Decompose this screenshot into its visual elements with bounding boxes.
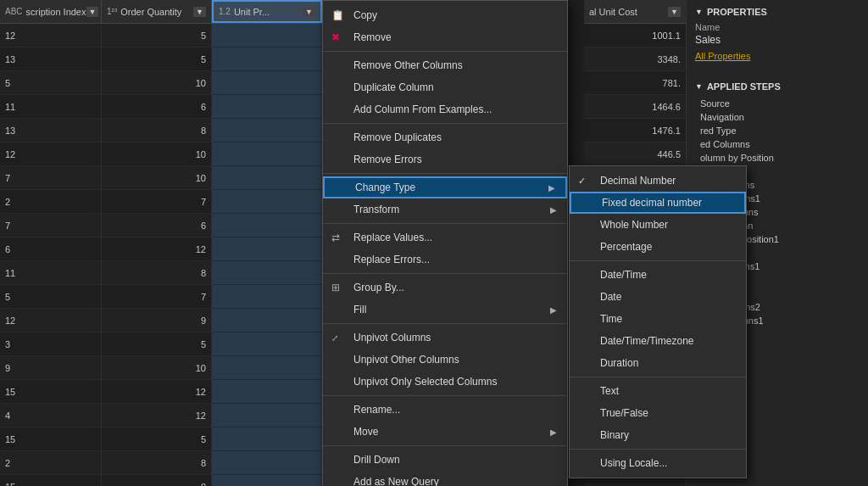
menu-item-change-type[interactable]: Change Type ▶ <box>323 176 567 198</box>
submenu-decimal-number[interactable]: ✓ Decimal Number <box>570 170 746 192</box>
menu-item-add-as-new-query[interactable]: Add as New Query <box>323 471 567 486</box>
duration-label: Duration <box>600 357 638 369</box>
submenu-duration[interactable]: Duration <box>570 352 746 374</box>
unit-cost-dropdown[interactable]: ▼ <box>668 7 681 17</box>
applied-steps-title: ▼ APPLIED STEPS <box>695 81 860 92</box>
menu-separator-6 <box>323 323 567 324</box>
context-menu: 📋 Copy ✖ Remove Remove Other Columns Dup… <box>322 0 568 486</box>
submenu-time[interactable]: Time <box>570 308 746 330</box>
remove-other-label: Remove Other Columns <box>353 59 463 71</box>
submenu-using-locale[interactable]: Using Locale... <box>570 452 746 474</box>
col-label-3: Unit Pr... <box>234 7 270 17</box>
submenu-sep-2 <box>570 377 746 377</box>
step-changed-type[interactable]: red Type <box>695 124 860 137</box>
submenu-date[interactable]: Date <box>570 286 746 308</box>
menu-item-rename[interactable]: Rename... <box>323 399 567 421</box>
submenu-change-type: ✓ Decimal Number Fixed decimal number Wh… <box>569 165 747 478</box>
date-label: Date <box>600 291 621 303</box>
menu-item-unpivot-other[interactable]: Unpivot Other Columns <box>323 349 567 371</box>
table-row: 129 <box>0 309 322 332</box>
data-table: ABC scription Index ▼ 1²³ Order Quantity… <box>0 0 322 486</box>
menu-item-transform[interactable]: Transform ▶ <box>323 198 567 221</box>
submenu-sep-3 <box>570 449 746 450</box>
col-type-icon-1: ABC <box>5 7 23 16</box>
step-removed-columns[interactable]: ed Columns <box>695 137 860 151</box>
table-row: 118 <box>0 261 322 285</box>
submenu-percentage[interactable]: Percentage <box>570 236 746 258</box>
menu-item-add-column-examples[interactable]: Add Column From Examples... <box>323 98 567 120</box>
menu-item-replace-values[interactable]: ⇄ Replace Values... <box>323 226 567 249</box>
change-type-arrow: ▶ <box>548 183 555 193</box>
unpivot-label: Unpivot Columns <box>353 332 431 344</box>
group-by-icon: ⊞ <box>331 282 340 293</box>
menu-separator-8 <box>323 445 567 446</box>
menu-item-unpivot-selected[interactable]: Unpivot Only Selected Columns <box>323 371 567 393</box>
menu-item-fill[interactable]: Fill ▶ <box>323 299 567 321</box>
menu-separator-5 <box>323 273 567 274</box>
col-header-order-quantity[interactable]: 1²³ Order Quantity ▼ <box>102 0 212 23</box>
table-row: 412 <box>0 404 322 427</box>
submenu-true-false[interactable]: True/False <box>570 402 746 424</box>
menu-item-group-by[interactable]: ⊞ Group By... <box>323 277 567 299</box>
fill-label: Fill <box>353 304 366 316</box>
submenu-datetime-timezone[interactable]: Date/Time/Timezone <box>570 330 746 352</box>
binary-label: Binary <box>600 429 629 441</box>
menu-item-unpivot-columns[interactable]: ⤢ Unpivot Columns <box>323 327 567 349</box>
col-dropdown-1[interactable]: ▼ <box>86 7 99 17</box>
col-dropdown-3[interactable]: ▼ <box>303 7 315 17</box>
menu-item-remove[interactable]: ✖ Remove <box>323 26 567 48</box>
menu-separator-1 <box>323 51 567 52</box>
menu-separator-7 <box>323 395 567 396</box>
group-by-label: Group By... <box>353 282 404 293</box>
datetime-timezone-label: Date/Time/Timezone <box>600 335 693 347</box>
replace-values-label: Replace Values... <box>353 232 432 243</box>
col-dropdown-2[interactable]: ▼ <box>193 7 206 17</box>
table-row: 1512 <box>0 380 322 404</box>
submenu-text[interactable]: Text <box>570 380 746 402</box>
menu-item-duplicate-column[interactable]: Duplicate Column <box>323 76 567 98</box>
properties-section: ▼ PROPERTIES Name Sales All Properties <box>687 0 868 75</box>
add-col-label: Add Column From Examples... <box>353 103 492 115</box>
table-row: 125 <box>0 24 322 47</box>
menu-item-drill-down[interactable]: Drill Down <box>323 449 567 471</box>
submenu-fixed-decimal[interactable]: Fixed decimal number <box>570 192 746 214</box>
true-false-label: True/False <box>600 407 648 419</box>
col-header-unit-price[interactable]: 1.2 Unit Pr... ▼ <box>212 0 322 23</box>
percentage-label: Percentage <box>600 241 652 253</box>
menu-separator-3 <box>323 173 567 174</box>
menu-item-replace-errors[interactable]: Replace Errors... <box>323 249 567 271</box>
menu-item-copy[interactable]: 📋 Copy <box>323 4 567 26</box>
table-row: 57 <box>0 285 322 309</box>
datetime-label: Date/Time <box>600 269 647 281</box>
table-header: ABC scription Index ▼ 1²³ Order Quantity… <box>0 0 322 24</box>
unit-cost-header: al Unit Cost ▼ <box>584 0 686 24</box>
all-properties-link[interactable]: All Properties <box>695 51 860 61</box>
step-source[interactable]: Source <box>695 97 860 110</box>
table-row: 710 <box>0 166 322 190</box>
col-label-1: scription Index <box>26 7 86 17</box>
menu-item-move[interactable]: Move ▶ <box>323 421 567 443</box>
submenu-whole-number[interactable]: Whole Number <box>570 214 746 236</box>
copy-icon: 📋 <box>331 9 344 21</box>
collapse-triangle[interactable]: ▼ <box>695 8 703 16</box>
move-arrow: ▶ <box>550 427 557 437</box>
step-column-by-position[interactable]: olumn by Position <box>695 151 860 165</box>
remove-errors-label: Remove Errors <box>353 154 422 165</box>
step-navigation[interactable]: Navigation <box>695 110 860 124</box>
menu-item-remove-other-columns[interactable]: Remove Other Columns <box>323 54 567 76</box>
replace-icon: ⇄ <box>331 232 340 243</box>
col-type-icon-3: 1.2 <box>219 7 231 16</box>
table-row: 612 <box>0 237 322 261</box>
table-row: 1210 <box>0 142 322 166</box>
properties-title: ▼ PROPERTIES <box>695 7 860 17</box>
submenu-binary[interactable]: Binary <box>570 424 746 446</box>
col-header-description-index[interactable]: ABC scription Index ▼ <box>0 0 102 23</box>
fill-arrow: ▶ <box>550 305 557 315</box>
menu-item-remove-errors[interactable]: Remove Errors <box>323 148 567 170</box>
remove-icon: ✖ <box>331 31 340 43</box>
menu-item-remove-duplicates[interactable]: Remove Duplicates <box>323 126 567 148</box>
collapse-triangle-2[interactable]: ▼ <box>695 82 703 91</box>
unpivot-other-label: Unpivot Other Columns <box>353 354 459 366</box>
submenu-datetime[interactable]: Date/Time <box>570 264 746 286</box>
duplicate-label: Duplicate Column <box>353 81 434 93</box>
